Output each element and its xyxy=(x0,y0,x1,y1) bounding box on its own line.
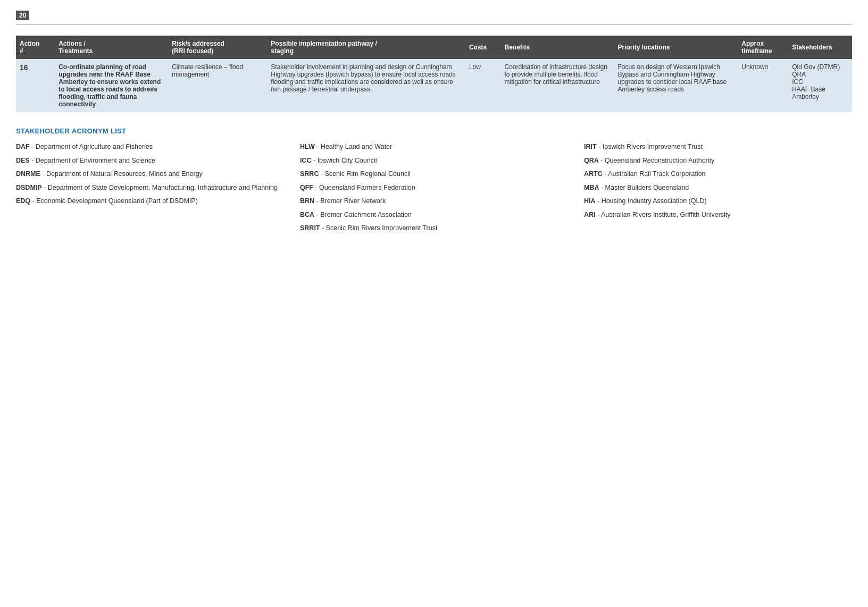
acronym-item: ARTC - Australian Rail Track Corporation xyxy=(584,170,852,179)
cell-benefits: Coordination of infrastructure design to… xyxy=(500,59,614,112)
acronym-col-2: HLW - Healthy Land and WaterICC - Ipswic… xyxy=(300,142,568,238)
acronym-key: DAF xyxy=(16,143,30,150)
acronym-item: ARI - Australian Rivers Institute, Griff… xyxy=(584,210,852,220)
cell-action-title: Co-ordinate planning of road upgrades ne… xyxy=(55,59,168,112)
col-costs: Costs xyxy=(465,36,501,59)
cell-pathway: Stakeholder involvement in planning and … xyxy=(267,59,465,112)
cell-timeframe: Unknown xyxy=(738,59,788,112)
cell-stakeholders: Qld Gov (DTMR)QRAICCRAAF Base Amberley xyxy=(788,59,852,112)
acronym-key: DNRME xyxy=(16,170,40,178)
table-row: 16 Co-ordinate planning of road upgrades… xyxy=(16,59,852,112)
acronym-item: SRRIT - Scenic Rim Rivers Improvement Tr… xyxy=(300,224,568,233)
acronym-key: HIA xyxy=(584,197,596,205)
acronym-item: DSDMIP - Department of State Development… xyxy=(16,183,284,193)
stakeholder-section: STAKEHOLDER ACRONYM LIST DAF - Departmen… xyxy=(16,127,852,238)
acronym-key: IRIT xyxy=(584,143,597,150)
acronym-item: DNRME - Department of Natural Resources,… xyxy=(16,170,284,179)
acronym-item: HLW - Healthy Land and Water xyxy=(300,142,568,152)
acronym-key: SRRIT xyxy=(300,224,320,232)
acronym-key: ARTC xyxy=(584,170,603,178)
cell-action-num: 16 xyxy=(16,59,55,112)
table-header-row: Action# Actions /Treatments Risk/s addre… xyxy=(16,36,852,59)
col-action-num: Action# xyxy=(16,36,55,59)
acronym-item: DAF - Department of Agriculture and Fish… xyxy=(16,142,284,152)
acronym-key: MBA xyxy=(584,184,599,191)
acronym-item: HIA - Housing Industry Association (QLD) xyxy=(584,197,852,206)
acronym-item: IRIT - Ipswich Rivers Improvement Trust xyxy=(584,142,852,152)
acronym-item: DES - Department of Environment and Scie… xyxy=(16,156,284,166)
acronym-key: SRRC xyxy=(300,170,319,178)
col-stakeholders: Stakeholders xyxy=(788,36,852,59)
acronym-col-1: DAF - Department of Agriculture and Fish… xyxy=(16,142,284,238)
acronym-item: QFF - Queensland Farmers Federation xyxy=(300,183,568,193)
acronym-key: BCA xyxy=(300,211,314,218)
acronym-grid: DAF - Department of Agriculture and Fish… xyxy=(16,142,852,238)
acronym-item: BCA - Bremer Catchment Association xyxy=(300,210,568,220)
acronym-key: DES xyxy=(16,157,30,164)
cell-locations: Focus on design of Western Ipswich Bypas… xyxy=(614,59,738,112)
acronym-item: ICC - Ipswich City Council xyxy=(300,156,568,166)
acronym-item: EDQ - Economic Development Queensland (P… xyxy=(16,197,284,206)
col-timeframe: Approxtimeframe xyxy=(738,36,788,59)
main-table: Action# Actions /Treatments Risk/s addre… xyxy=(16,36,852,112)
col-locations: Priority locations xyxy=(614,36,738,59)
cell-costs: Low xyxy=(465,59,501,112)
cell-risk: Climate resilience – flood management xyxy=(168,59,267,112)
col-risk: Risk/s addressed(RRI focused) xyxy=(168,36,267,59)
acronym-item: SRRC - Scenic Rim Regional Council xyxy=(300,170,568,179)
acronym-key: QFF xyxy=(300,184,313,191)
acronym-key: BRN xyxy=(300,197,314,205)
col-actions: Actions /Treatments xyxy=(55,36,168,59)
acronym-item: BRN - Bremer River Network xyxy=(300,197,568,206)
acronym-key: HLW xyxy=(300,143,315,150)
col-benefits: Benefits xyxy=(500,36,614,59)
acronym-col-3: IRIT - Ipswich Rivers Improvement TrustQ… xyxy=(584,142,852,238)
acronym-key: ICC xyxy=(300,157,312,164)
acronym-key: EDQ xyxy=(16,197,30,205)
top-divider xyxy=(16,24,852,25)
acronym-key: ARI xyxy=(584,211,596,218)
stakeholder-heading: STAKEHOLDER ACRONYM LIST xyxy=(16,127,852,135)
acronym-key: QRA xyxy=(584,157,599,164)
acronym-item: QRA - Queensland Reconstruction Authorit… xyxy=(584,156,852,166)
acronym-item: MBA - Master Builders Queensland xyxy=(584,183,852,193)
col-pathway: Possible implementation pathway /staging xyxy=(267,36,465,59)
acronym-key: DSDMIP xyxy=(16,184,42,191)
page-number: 20 xyxy=(16,11,852,24)
